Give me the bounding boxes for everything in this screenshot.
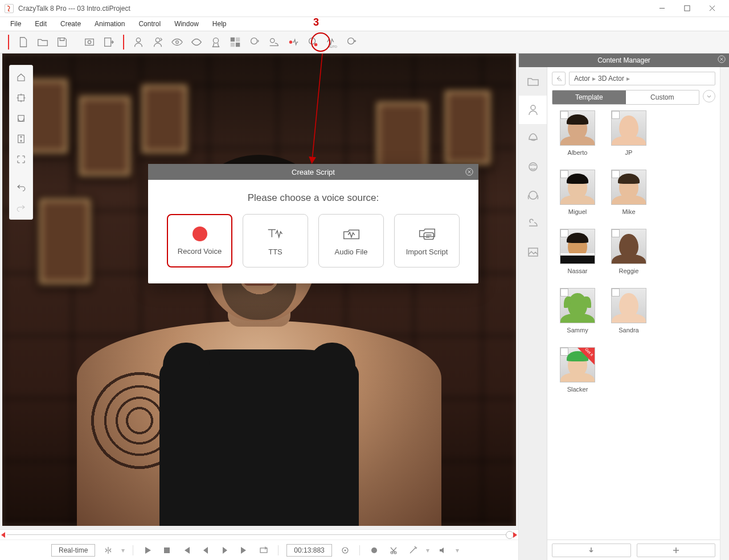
close-button[interactable]: [699, 1, 724, 17]
loop-button[interactable]: [257, 544, 270, 557]
content-item[interactable]: Sandra: [603, 288, 654, 345]
maximize-button[interactable]: [674, 1, 699, 17]
actor-button[interactable]: [129, 32, 148, 52]
add-button[interactable]: [637, 543, 716, 557]
content-item[interactable]: Sammy: [552, 288, 603, 345]
voice-morph-button[interactable]: [303, 32, 322, 52]
create-script-button[interactable]: [284, 32, 303, 52]
cat-atmosphere[interactable]: [519, 209, 547, 238]
open-project-button[interactable]: [33, 32, 52, 52]
fullscreen-button[interactable]: [13, 151, 30, 168]
content-item[interactable]: Get itSlacker: [552, 347, 603, 404]
export-button[interactable]: [99, 32, 118, 52]
cat-project[interactable]: [519, 67, 547, 96]
record-button[interactable]: [368, 544, 380, 557]
import-script-icon: [416, 226, 438, 242]
cat-image[interactable]: [519, 238, 547, 266]
cat-motion[interactable]: [519, 181, 547, 209]
home-view-button[interactable]: [13, 69, 30, 86]
wand-button[interactable]: [407, 544, 419, 557]
timeline-scroll[interactable]: [0, 529, 518, 540]
menu-create[interactable]: Create: [55, 18, 87, 30]
playhead-handle[interactable]: [506, 531, 514, 539]
content-item-label: Miguel: [568, 208, 587, 215]
option-record-voice[interactable]: Record Voice: [167, 214, 232, 267]
content-item[interactable]: Miguel: [552, 170, 603, 227]
new-project-button[interactable]: [14, 32, 33, 52]
orbit-button[interactable]: [13, 110, 30, 127]
svg-rect-3: [105, 38, 111, 47]
settings-icon[interactable]: [102, 544, 114, 557]
content-grid: AlbertoJPMiguelMikeNassarReggieSammySand…: [552, 110, 715, 404]
range-end-handle[interactable]: [513, 532, 517, 538]
zoom-button[interactable]: [13, 130, 30, 147]
svg-point-2: [88, 40, 91, 44]
timecode-settings-button[interactable]: [339, 544, 351, 557]
panel-close-button[interactable]: [718, 55, 726, 65]
content-manager-panel: Content Manager Actor▸ 3D Actor▸: [518, 53, 729, 560]
svg-rect-24: [424, 233, 433, 239]
svg-point-35: [529, 191, 537, 199]
dialog-title: Create Script: [292, 168, 335, 176]
breadcrumb-back-button[interactable]: [552, 72, 566, 85]
background-button[interactable]: [226, 32, 245, 52]
menu-control[interactable]: Control: [133, 18, 166, 30]
dialog-close-button[interactable]: [464, 166, 475, 178]
goto-start-button[interactable]: [180, 544, 193, 557]
svg-point-28: [344, 549, 346, 551]
option-audio-file[interactable]: Audio File: [318, 214, 384, 267]
talking-head-button[interactable]: [245, 32, 264, 52]
svg-rect-11: [236, 43, 240, 47]
scissors-button[interactable]: [387, 544, 400, 557]
svg-point-33: [531, 105, 535, 110]
content-item[interactable]: Reggie: [603, 229, 654, 286]
preview-button[interactable]: [80, 32, 99, 52]
atmosphere-button[interactable]: [264, 32, 284, 52]
menu-animation[interactable]: Animation: [89, 18, 130, 30]
prev-frame-button[interactable]: [199, 544, 212, 557]
mute-button[interactable]: [436, 544, 449, 557]
play-button[interactable]: [141, 544, 154, 557]
expand-categories-button[interactable]: [703, 90, 715, 102]
face-puppet-button[interactable]: [342, 32, 361, 52]
save-project-button[interactable]: [52, 32, 72, 52]
svg-point-5: [155, 38, 159, 42]
menu-window[interactable]: Window: [169, 18, 204, 30]
svg-text:AUTO: AUTO: [329, 45, 338, 48]
apply-button[interactable]: [552, 543, 631, 557]
next-frame-button[interactable]: [219, 544, 231, 557]
range-start-handle[interactable]: [1, 532, 5, 538]
menu-edit[interactable]: Edit: [29, 18, 52, 30]
content-item[interactable]: Alberto: [552, 110, 603, 167]
content-item[interactable]: JP: [603, 110, 654, 167]
menu-file[interactable]: File: [5, 18, 27, 30]
cat-hair[interactable]: [519, 124, 547, 153]
tab-custom[interactable]: Custom: [626, 90, 699, 104]
auto-motion-button[interactable]: AUTO: [322, 32, 342, 52]
menu-help[interactable]: Help: [207, 18, 232, 30]
content-item[interactable]: Nassar: [552, 229, 603, 286]
realtime-toggle[interactable]: Real-time: [51, 544, 95, 557]
pan-button[interactable]: [13, 89, 30, 106]
breadcrumb-path[interactable]: Actor▸ 3D Actor▸: [569, 72, 715, 85]
cat-accessory[interactable]: [519, 153, 547, 181]
head-button[interactable]: [206, 32, 226, 52]
redo-button[interactable]: [13, 199, 30, 216]
option-tts[interactable]: TTS: [243, 214, 308, 267]
goto-end-button[interactable]: [238, 544, 251, 557]
minimize-button[interactable]: [649, 1, 674, 17]
stop-button[interactable]: [161, 544, 173, 557]
cat-actor[interactable]: [519, 96, 547, 124]
create-script-dialog: Create Script Please choose a voice sour…: [148, 164, 478, 283]
timecode-field[interactable]: 00:13:883: [286, 544, 331, 557]
mouth-button[interactable]: [187, 32, 206, 52]
option-import-script[interactable]: Import Script: [394, 214, 460, 267]
tab-template[interactable]: Template: [552, 90, 626, 104]
content-item[interactable]: Mike: [603, 170, 654, 227]
eye-button[interactable]: [167, 32, 187, 52]
undo-button[interactable]: [13, 178, 30, 195]
canvas-3d[interactable]: 4 Create Script Please choose a voice so…: [2, 53, 516, 526]
svg-point-14: [289, 40, 293, 44]
face-fitting-button[interactable]: [148, 32, 167, 52]
panel-scrollbar[interactable]: [720, 67, 729, 560]
